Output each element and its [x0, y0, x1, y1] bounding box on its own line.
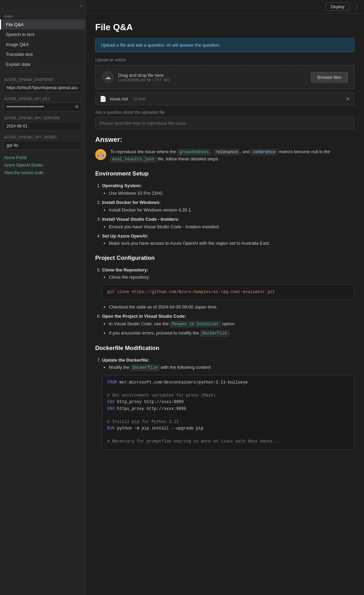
- list-sub-clone-text: Clone the repository:: [109, 274, 354, 281]
- deploy-button[interactable]: Deploy: [326, 2, 350, 11]
- env-setup-list: Operating System: Use Windows 10 Pro 22H…: [102, 182, 354, 247]
- code-block-dockerfile: FROM mcr.microsoft.com/devcontainers/pyt…: [102, 375, 354, 450]
- main-content: File Q&A Upload a file and ask a questio…: [86, 14, 364, 595]
- answer-intro: To reproduce the issue where the: [110, 149, 176, 154]
- dockerfile-list: Update the Dockerfile: Modify the Docker…: [102, 356, 354, 450]
- project-config-list: Clone the Repository: Clone the reposito…: [102, 266, 354, 337]
- list-item-vscode: Install Visual Studio Code - Insiders: E…: [102, 216, 354, 230]
- toggle-password-icon[interactable]: 👁: [74, 104, 79, 110]
- list-item-azure-setup: Set Up Azure OpenAI: Make sure you have …: [102, 232, 354, 247]
- section-heading-env: Environment Setup: [95, 169, 354, 179]
- question-input[interactable]: [95, 117, 354, 130]
- sidebar-item-explain-data[interactable]: Explain data: [0, 59, 85, 69]
- answer-end: file, follow these detailed steps:: [158, 156, 219, 161]
- list-item-clone: Clone the Repository: Clone the reposito…: [102, 266, 354, 311]
- sidebar-divider: [0, 72, 85, 72]
- header: Deploy ⋮: [86, 0, 364, 14]
- page-title: File Q&A: [95, 22, 354, 33]
- nav-items-container: File Q&ASpeech to textImage Q&ATranslate…: [0, 20, 85, 69]
- question-label: Ask a question about the uploaded file: [95, 110, 354, 115]
- list-sub-azure-setup: Make sure you have access to Azure OpenA…: [109, 240, 354, 247]
- file-size: 20.4KB: [133, 97, 146, 101]
- browse-files-button[interactable]: Browse files: [311, 72, 348, 83]
- sidebar-top-bar: ‹: [0, 0, 85, 11]
- sidebar-item-translate-text[interactable]: Translate text: [0, 49, 85, 59]
- drag-drop-label: Drag and drop file here: [118, 73, 170, 78]
- sidebar-item-speech-to-text[interactable]: Speech to text: [0, 29, 85, 39]
- sidebar-link-view-source[interactable]: View the source code: [4, 170, 81, 175]
- section-heading-dockerfile: Dockerfile Modification: [95, 343, 354, 353]
- list-sub-checkout: Checkout the state as of 2024-04-05 08:0…: [109, 303, 354, 311]
- upload-dropzone[interactable]: ☁ Drag and drop file here Limit 200MB pe…: [95, 65, 354, 89]
- sidebar-link-azure-portal[interactable]: Azure Portal: [4, 155, 81, 160]
- metric-relevance: relevance: [214, 149, 240, 155]
- field-label-azure-gpt-model: AZURE_OPENAI_GPT_MODEL: [0, 133, 85, 140]
- field-label-azure-api-key: AZURE_OPENAI_API_KEY: [0, 94, 85, 102]
- upload-text-container: Drag and drop file here Limit 200MB per …: [118, 73, 170, 82]
- list-item-docker: Install Docker for Windows: Install Dock…: [102, 199, 354, 214]
- list-sub-reopen: In Visual Studio Code, use the Reopen in…: [109, 320, 354, 328]
- uploaded-file-row: 📄 issue.md 20.4KB ✕: [95, 93, 354, 105]
- field-input-azure-endpoint[interactable]: [3, 83, 82, 92]
- sidebar-links-container: Azure PortalAzure OpenAI StudioView the …: [0, 152, 85, 179]
- field-input-azure-api-version[interactable]: [3, 122, 82, 131]
- section-heading-project: Project Configuration: [95, 253, 354, 263]
- answer-mid: metrics become null in the: [278, 149, 330, 154]
- field-input-azure-api-key[interactable]: [3, 102, 82, 111]
- sidebar: ‹ main File Q&ASpeech to textImage Q&ATr…: [0, 0, 86, 595]
- file-name: issue.md: [110, 96, 128, 101]
- file-document-icon: 📄: [100, 96, 106, 102]
- metric-coherence: coherence: [251, 149, 277, 155]
- sidebar-item-image-qa[interactable]: Image Q&A: [0, 39, 85, 49]
- list-sub-dockerfile-err: If you encounter errors, proceed to modi…: [109, 329, 354, 337]
- sidebar-section-label: main: [0, 11, 85, 20]
- cloud-upload-icon: ☁: [102, 71, 114, 83]
- sidebar-item-file-qa[interactable]: File Q&A: [0, 20, 85, 29]
- field-input-wrapper-azure-api-key: 👁: [3, 102, 82, 111]
- field-input-azure-gpt-model[interactable]: [3, 141, 82, 150]
- answer-heading: Answer:: [95, 136, 354, 144]
- answer-content: Environment Setup Operating System: Use …: [95, 169, 354, 449]
- list-sub-modify: Modify the Dockerfile with the following…: [109, 364, 354, 372]
- bot-avatar: 🤖: [95, 149, 106, 160]
- list-item-os: Operating System: Use Windows 10 Pro 22H…: [102, 182, 354, 197]
- upload-left: ☁ Drag and drop file here Limit 200MB pe…: [102, 71, 170, 83]
- code-block-clone: git clone https://github.com/Azure-Sampl…: [102, 284, 354, 300]
- eval-results-file: eval_results.json: [110, 156, 156, 162]
- answer-body: 🤖 To reproduce the issue where the groun…: [95, 148, 354, 163]
- upload-section-label: Upload an article: [95, 58, 354, 62]
- field-label-azure-endpoint: AZURE_OPENAI_ENDPOINT: [0, 75, 85, 83]
- answer-text-block: To reproduce the issue where the grounde…: [110, 148, 354, 163]
- collapse-sidebar-icon[interactable]: ‹: [80, 3, 82, 8]
- more-options-icon[interactable]: ⋮: [354, 3, 360, 11]
- list-sub-docker: Install Docker for Windows version 4.26.…: [109, 206, 354, 214]
- file-row-left: 📄 issue.md 20.4KB: [100, 96, 146, 102]
- remove-file-icon[interactable]: ✕: [346, 96, 350, 102]
- list-item-update-dockerfile: Update the Dockerfile: Modify the Docker…: [102, 356, 354, 450]
- list-item-open-project: Open the Project in Visual Studio Code: …: [102, 313, 354, 337]
- field-label-azure-api-version: AZURE_OPENAI_API_VERSION: [0, 113, 85, 121]
- metric-groundedness: groundedness: [177, 149, 211, 155]
- sidebar-link-azure-openai-studio[interactable]: Azure OpenAI Studio: [4, 163, 81, 168]
- info-banner: Upload a file and ask a question. AI wil…: [95, 38, 354, 52]
- list-sub-os: Use Windows 10 Pro 22H2.: [109, 190, 354, 197]
- sidebar-fields-container: AZURE_OPENAI_ENDPOINTAZURE_OPENAI_API_KE…: [0, 75, 85, 152]
- list-sub-vscode: Ensure you have Visual Studio Code - Ins…: [109, 223, 354, 230]
- file-limit-label: Limit 200MB per file • TXT, MD: [118, 78, 170, 82]
